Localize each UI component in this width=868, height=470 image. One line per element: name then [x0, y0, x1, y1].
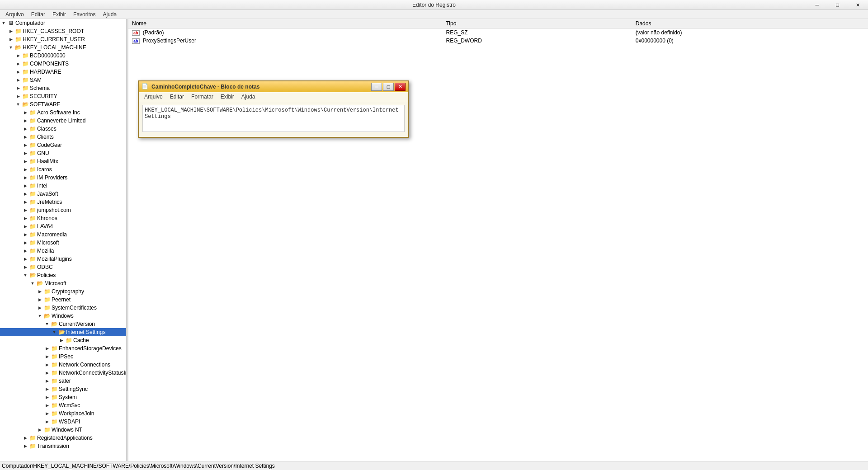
- odbc-toggle[interactable]: ▶: [22, 263, 29, 271]
- table-row[interactable]: ab (Padrão) REG_SZ (valor não definido): [128, 28, 868, 37]
- notepad-menu-arquivo[interactable]: Arquivo: [141, 93, 166, 101]
- enhancedstorage-toggle[interactable]: ▶: [43, 345, 51, 352]
- table-row[interactable]: ab ProxySettingsPerUser REG_DWORD 0x0000…: [128, 37, 868, 45]
- notepad-menu-exibir[interactable]: Exibir: [217, 93, 238, 101]
- tree-item-components[interactable]: ▶ COMPONENTS: [0, 60, 126, 68]
- wsdapi-toggle[interactable]: ▶: [43, 418, 51, 425]
- tree-item-wsdapi[interactable]: ▶ WSDAPI: [0, 418, 126, 426]
- tree-item-bcd[interactable]: ▶ BCD00000000: [0, 52, 126, 60]
- tree-item-enhancedstorage[interactable]: ▶ EnhancedStorageDevices: [0, 344, 126, 352]
- internet-settings-toggle[interactable]: ▼: [51, 329, 58, 336]
- notepad-menu-ajuda[interactable]: Ajuda: [238, 93, 259, 101]
- tree-root[interactable]: ▼ 🖥 Computador: [0, 19, 126, 27]
- currentversion-toggle[interactable]: ▼: [43, 320, 51, 328]
- peernet-toggle[interactable]: ▶: [36, 296, 43, 303]
- gnu-toggle[interactable]: ▶: [22, 150, 29, 157]
- cache-toggle[interactable]: ▶: [58, 337, 65, 344]
- tree-item-hardware[interactable]: ▶ HARDWARE: [0, 68, 126, 76]
- bcd-toggle[interactable]: ▶: [14, 52, 22, 59]
- tree-item-cryptography[interactable]: ▶ Cryptography: [0, 287, 126, 296]
- tree-item-safer[interactable]: ▶ safer: [0, 377, 126, 385]
- local-machine-toggle[interactable]: ▼: [7, 44, 14, 51]
- tree-item-macromedia[interactable]: ▶ Macromedia: [0, 230, 126, 239]
- haalimtx-toggle[interactable]: ▶: [22, 158, 29, 165]
- acro-toggle[interactable]: ▶: [22, 109, 29, 116]
- classes-toggle[interactable]: ▶: [22, 125, 29, 132]
- tree-item-network-connections[interactable]: ▶ Network Connections: [0, 361, 126, 369]
- tree-item-registered-apps[interactable]: ▶ RegisteredApplications: [0, 434, 126, 442]
- policies-toggle[interactable]: ▼: [22, 272, 29, 279]
- tree-item-internet-settings[interactable]: ▼ Internet Settings: [0, 328, 126, 336]
- classes-root-toggle[interactable]: ▶: [7, 28, 14, 35]
- notepad-maximize[interactable]: □: [383, 83, 394, 91]
- canneverbe-toggle[interactable]: ▶: [22, 117, 29, 124]
- tree-item-transmission[interactable]: ▶ Transmission: [0, 442, 126, 450]
- cryptography-toggle[interactable]: ▶: [36, 288, 43, 295]
- components-toggle[interactable]: ▶: [14, 60, 22, 67]
- sam-toggle[interactable]: ▶: [14, 76, 22, 84]
- tree-item-windows[interactable]: ▼ Windows: [0, 312, 126, 320]
- tree-item-mozilla[interactable]: ▶ Mozilla: [0, 247, 126, 255]
- notepad-minimize[interactable]: ─: [371, 83, 382, 91]
- tree-item-currentversion[interactable]: ▼ CurrentVersion: [0, 320, 126, 328]
- tree-item-javasoft[interactable]: ▶ JavaSoft: [0, 190, 126, 198]
- schema-toggle[interactable]: ▶: [14, 85, 22, 92]
- windows-nt-toggle[interactable]: ▶: [36, 426, 43, 433]
- safer-toggle[interactable]: ▶: [43, 377, 51, 385]
- lav64-toggle[interactable]: ▶: [22, 223, 29, 230]
- intel-toggle[interactable]: ▶: [22, 182, 29, 189]
- tree-item-software[interactable]: ▼ SOFTWARE: [0, 100, 126, 108]
- notepad-close[interactable]: ✕: [395, 83, 406, 91]
- tree-item-jumpshot[interactable]: ▶ jumpshot.com: [0, 206, 126, 214]
- jumpshot-toggle[interactable]: ▶: [22, 207, 29, 214]
- mozillaplugins-toggle[interactable]: ▶: [22, 255, 29, 263]
- tree-item-wcmsvc[interactable]: ▶ WcmSvc: [0, 401, 126, 409]
- current-user-toggle[interactable]: ▶: [7, 36, 14, 43]
- mozilla-toggle[interactable]: ▶: [22, 247, 29, 254]
- jremetrics-toggle[interactable]: ▶: [22, 198, 29, 206]
- windows-toggle[interactable]: ▼: [36, 312, 43, 320]
- registered-apps-toggle[interactable]: ▶: [22, 434, 29, 442]
- ipsec-toggle[interactable]: ▶: [43, 353, 51, 360]
- tree-item-classes[interactable]: ▶ Classes: [0, 125, 126, 133]
- tree-item-sam[interactable]: ▶ SAM: [0, 76, 126, 84]
- tree-item-haalimtx[interactable]: ▶ HaaliMtx: [0, 157, 126, 165]
- security-toggle[interactable]: ▶: [14, 93, 22, 100]
- notepad-text[interactable]: [142, 105, 405, 132]
- software-toggle[interactable]: ▼: [14, 101, 22, 108]
- tree-item-lav64[interactable]: ▶ LAV64: [0, 222, 126, 230]
- menu-ajuda[interactable]: Ajuda: [99, 10, 120, 19]
- close-button[interactable]: ✕: [848, 0, 868, 10]
- macromedia-toggle[interactable]: ▶: [22, 231, 29, 238]
- tree-item-security[interactable]: ▶ SECURITY: [0, 92, 126, 100]
- tree-item-ipsec[interactable]: ▶ IPSec: [0, 352, 126, 361]
- tree-item-settingsync[interactable]: ▶ SettingSync: [0, 385, 126, 393]
- tree-item-cache[interactable]: ▶ Cache: [0, 336, 126, 344]
- tree-item-systemcerts[interactable]: ▶ SystemCertificates: [0, 304, 126, 312]
- menu-favoritos[interactable]: Favoritos: [70, 10, 99, 19]
- tree-item-policies-microsoft[interactable]: ▼ Microsoft: [0, 279, 126, 287]
- clients-toggle[interactable]: ▶: [22, 133, 29, 141]
- tree-item-intel[interactable]: ▶ Intel: [0, 182, 126, 190]
- hardware-toggle[interactable]: ▶: [14, 68, 22, 75]
- col-dados[interactable]: Dados: [632, 19, 868, 28]
- systemcerts-toggle[interactable]: ▶: [36, 304, 43, 311]
- wcmsvc-toggle[interactable]: ▶: [43, 402, 51, 409]
- notepad-menu-editar[interactable]: Editar: [166, 93, 188, 101]
- tree-item-gnu[interactable]: ▶ GNU: [0, 149, 126, 157]
- root-toggle[interactable]: ▼: [0, 19, 7, 27]
- notepad-title-bar[interactable]: 📄 CaminhoCompletoChave - Bloco de notas …: [139, 81, 408, 92]
- tree-item-policies[interactable]: ▼ Policies: [0, 271, 126, 279]
- khronos-toggle[interactable]: ▶: [22, 215, 29, 222]
- col-tipo[interactable]: Tipo: [442, 19, 632, 28]
- tree-item-icaros[interactable]: ▶ Icaros: [0, 165, 126, 174]
- tree-item-ncsi[interactable]: ▶ NetworkConnectivityStatusIndicato: [0, 369, 126, 377]
- maximize-button[interactable]: □: [827, 0, 848, 10]
- tree-item-system[interactable]: ▶ System: [0, 393, 126, 401]
- tree-item-peernet[interactable]: ▶ Peernet: [0, 296, 126, 304]
- tree-item-acro[interactable]: ▶ Acro Software Inc: [0, 108, 126, 117]
- tree-item-clients[interactable]: ▶ Clients: [0, 133, 126, 141]
- menu-editar[interactable]: Editar: [28, 10, 49, 19]
- minimize-button[interactable]: ─: [807, 0, 827, 10]
- col-nome[interactable]: Nome: [128, 19, 442, 28]
